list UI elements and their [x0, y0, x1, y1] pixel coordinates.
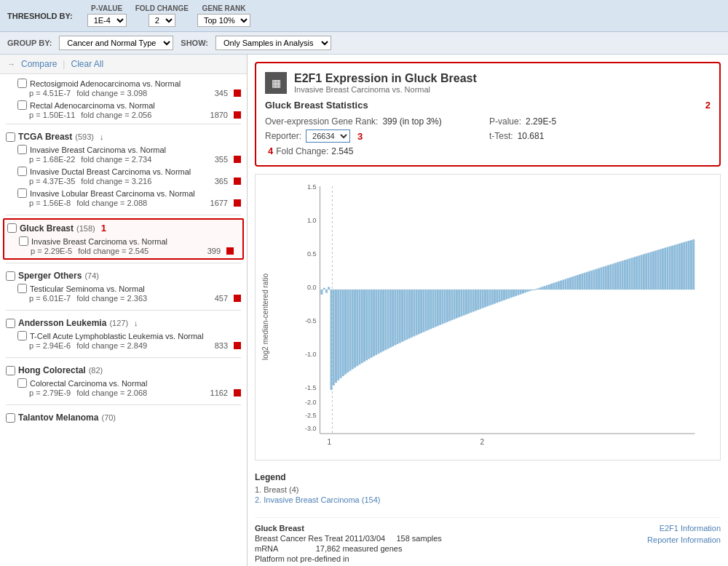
group-header: Talantov Melanoma (70)	[0, 411, 247, 424]
svg-rect-82	[479, 290, 481, 309]
info-card-title: E2F1 Expression in Gluck Breast	[294, 72, 477, 85]
svg-rect-157	[657, 250, 659, 290]
gluck-breast-highlighted-group: Gluck Breast (158) 1 Invasive Breast Car…	[3, 218, 244, 260]
dataset-checkbox[interactable]	[17, 79, 27, 88]
svg-text:-2.5: -2.5	[305, 412, 317, 419]
svg-rect-88	[494, 290, 496, 303]
svg-rect-137	[609, 264, 612, 290]
fchange: fold change = 3.216	[81, 177, 151, 186]
dataset-checkbox[interactable]	[17, 100, 27, 110]
rank: 1162	[210, 388, 228, 397]
dataset-checkbox[interactable]	[17, 378, 27, 388]
show-select[interactable]: Only Samples in Analysis	[215, 36, 331, 50]
group-by-bar: GROUP BY: Cancer and Normal Type SHOW: O…	[0, 32, 728, 55]
svg-rect-140	[617, 262, 619, 290]
dataset-checkbox[interactable]	[17, 167, 27, 176]
svg-rect-122	[574, 276, 577, 290]
download-icon: ↓	[134, 319, 138, 327]
dataset-name: Invasive Ductal Breast Carcinoma vs. Nor…	[30, 167, 191, 176]
reporter-info-link[interactable]: Reporter Information	[647, 535, 721, 544]
svg-rect-144	[626, 259, 628, 290]
dataset-checkbox[interactable]	[17, 331, 27, 340]
dataset-item-header: Rectosigmoid Adenocarcinoma vs. Normal	[17, 79, 241, 88]
dataset-item-header: Invasive Breast Carcinoma vs. Normal	[19, 236, 234, 246]
svg-rect-70	[451, 290, 453, 320]
svg-rect-143	[624, 260, 626, 290]
reporter-select[interactable]: 26634	[306, 129, 350, 143]
svg-rect-32	[361, 290, 363, 363]
list-item: Invasive Ductal Breast Carcinoma vs. Nor…	[0, 165, 247, 187]
dataset-checkbox[interactable]	[17, 284, 27, 293]
dataset-stats: p = 4.37E-35 fold change = 3.216 365	[17, 177, 241, 186]
svg-text:-1.5: -1.5	[305, 384, 317, 391]
svg-rect-21	[335, 290, 337, 383]
red-box-icon	[234, 178, 241, 185]
svg-rect-101	[524, 290, 526, 292]
group-checkbox[interactable]	[7, 223, 17, 233]
gene-rank-select[interactable]: Top 10%	[197, 14, 250, 27]
list-item: Colorectal Carcinoma vs. Normal p = 2.79…	[0, 377, 247, 399]
fold-change-select[interactable]: 2	[149, 14, 175, 27]
svg-rect-102	[527, 290, 529, 292]
gene-rank-label: GENE RANK	[202, 4, 245, 12]
over-expression-row: Over-expression Gene Rank: 399 (in top 3…	[265, 116, 486, 127]
svg-rect-155	[652, 251, 654, 290]
group-title: Sperger Others	[18, 271, 82, 281]
svg-rect-160	[664, 248, 666, 290]
svg-rect-53	[411, 290, 413, 338]
dataset-stats: p = 1.50E-11 fold change = 2.056 1870	[17, 111, 241, 119]
group-count: (74)	[84, 271, 99, 280]
fchange: fold change = 2.068	[76, 388, 147, 397]
svg-rect-136	[607, 265, 609, 290]
svg-rect-156	[654, 250, 657, 290]
group-checkbox[interactable]	[6, 366, 15, 375]
red-box-icon	[234, 389, 241, 396]
group-by-select[interactable]: Cancer and Normal Type	[59, 36, 173, 50]
compare-link[interactable]: Compare	[21, 59, 57, 69]
dataset-item-header: Colorectal Carcinoma vs. Normal	[17, 378, 241, 388]
svg-rect-169	[685, 242, 687, 290]
red-box-icon	[234, 295, 241, 302]
threshold-by-label: THRESHOLD BY:	[7, 12, 73, 20]
pval: p = 2.29E-5	[31, 247, 72, 255]
group-title: Hong Colorectal	[18, 365, 86, 375]
legend-item-2-link[interactable]: 2. Invasive Breast Carcinoma (154)	[255, 495, 380, 504]
group-header: Gluck Breast (158) 1	[7, 221, 240, 235]
separator	[6, 263, 241, 263]
group-checkbox[interactable]	[6, 413, 15, 423]
group-checkbox[interactable]	[6, 271, 15, 281]
footer-dataset-title: Gluck Breast	[255, 524, 304, 533]
svg-rect-142	[622, 260, 624, 290]
list-item: Invasive Breast Carcinoma vs. Normal p =…	[0, 143, 247, 165]
dataset-checkbox[interactable]	[19, 236, 28, 246]
info-card-subtitle: Invasive Breast Carcinoma vs. Normal	[294, 85, 477, 94]
dataset-checkbox[interactable]	[17, 145, 27, 154]
clear-all-link[interactable]: Clear All	[71, 59, 103, 69]
svg-rect-147	[633, 257, 636, 290]
rank: 345	[215, 89, 228, 97]
fold-change-item: FOLD CHANGE 2	[135, 4, 189, 27]
pvalue-select[interactable]: 1E-4	[87, 14, 127, 27]
group-checkbox[interactable]	[6, 132, 15, 142]
over-expression-value: 399 (in top 3%)	[382, 116, 441, 127]
dataset-item-header: Rectal Adenocarcinoma vs. Normal	[17, 100, 241, 110]
rank: 365	[215, 177, 228, 186]
svg-rect-57	[420, 290, 422, 333]
separator	[6, 357, 241, 358]
dataset-checkbox[interactable]	[17, 188, 27, 198]
svg-rect-123	[577, 275, 579, 290]
svg-rect-158	[660, 249, 662, 290]
separator-pipe: |	[63, 59, 65, 69]
e2f1-info-link[interactable]: E2F1 Information	[660, 524, 721, 533]
svg-rect-23	[340, 290, 342, 378]
group-by-label: GROUP BY:	[7, 39, 52, 47]
svg-rect-67	[444, 290, 446, 323]
svg-rect-34	[365, 290, 368, 360]
svg-text:-2.0: -2.0	[305, 399, 317, 406]
left-panel: → Compare | Clear All Rectosigmoid Adeno…	[0, 55, 248, 566]
fold-change-label: FOLD CHANGE	[135, 4, 189, 12]
pvalue-item: P-VALUE 1E-4	[87, 4, 127, 27]
svg-rect-146	[631, 258, 633, 290]
group-checkbox[interactable]	[6, 319, 15, 328]
svg-rect-154	[650, 252, 652, 290]
